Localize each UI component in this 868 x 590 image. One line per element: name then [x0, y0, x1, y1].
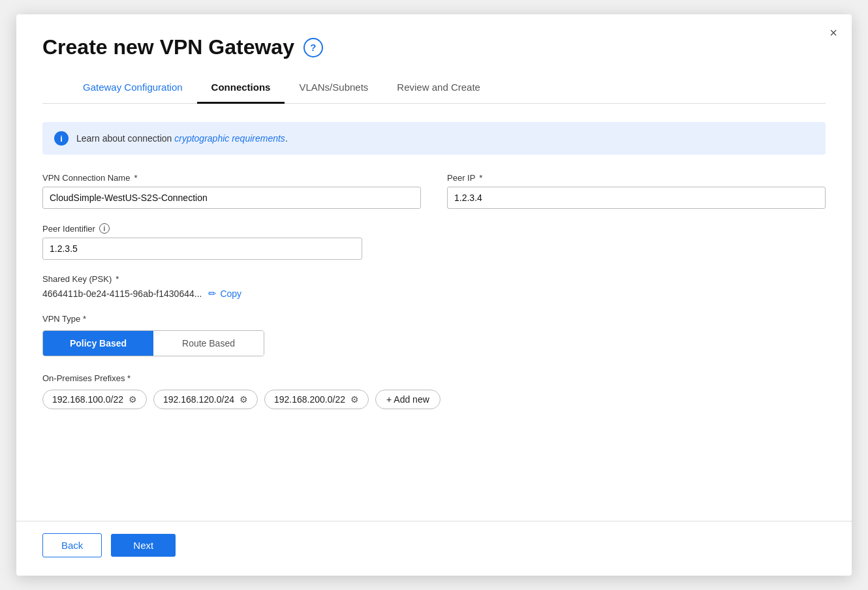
- prefix-chip-2: 192.168.200.0/22 ⚙: [264, 390, 369, 409]
- required-star-prefixes: *: [127, 373, 131, 383]
- modal-header: Create new VPN Gateway ? Gateway Configu…: [16, 14, 852, 104]
- modal-footer: Back Next: [16, 521, 852, 576]
- vpn-type-label: VPN Type *: [42, 314, 826, 324]
- peer-identifier-label: Peer Identifier i: [42, 223, 362, 234]
- prefix-chip-1: 192.168.120.0/24 ⚙: [153, 390, 258, 409]
- name-peer-ip-row: VPN Connection Name * Peer IP *: [42, 173, 826, 209]
- tab-gateway-configuration[interactable]: Gateway Configuration: [69, 72, 197, 104]
- peer-identifier-info-icon[interactable]: i: [99, 223, 110, 234]
- tab-bar: Gateway Configuration Connections VLANs/…: [42, 72, 826, 104]
- copy-button[interactable]: ✏ Copy: [208, 288, 241, 300]
- tab-connections[interactable]: Connections: [197, 72, 285, 104]
- help-icon[interactable]: ?: [303, 38, 323, 57]
- shared-key-group: Shared Key (PSK) *: [42, 274, 826, 284]
- required-star-psk: *: [116, 274, 119, 284]
- prefix-chip-0: 192.168.100.0/22 ⚙: [42, 390, 147, 409]
- on-premises-prefixes-label: On-Premises Prefixes *: [42, 373, 826, 383]
- title-row: Create new VPN Gateway ?: [42, 35, 826, 59]
- vpn-connection-name-input[interactable]: [42, 187, 421, 209]
- shared-key-label: Shared Key (PSK) *: [42, 274, 826, 284]
- psk-value: 4664411b-0e24-4115-96ab-f1430644...: [42, 288, 202, 299]
- gear-icon-0[interactable]: ⚙: [129, 394, 137, 405]
- gear-icon-2[interactable]: ⚙: [350, 394, 359, 405]
- add-new-prefix-button[interactable]: + Add new: [375, 390, 441, 409]
- info-banner: i Learn about connection cryptographic r…: [42, 122, 826, 155]
- policy-based-button[interactable]: Policy Based: [43, 331, 153, 356]
- info-text-suffix: .: [285, 133, 288, 144]
- info-banner-text: Learn about connection cryptographic req…: [76, 133, 288, 144]
- peer-ip-label: Peer IP *: [447, 173, 826, 183]
- vpn-type-label-group: VPN Type *: [42, 314, 826, 324]
- gear-icon-1[interactable]: ⚙: [240, 394, 248, 405]
- route-based-button[interactable]: Route Based: [153, 331, 264, 356]
- close-button[interactable]: ×: [829, 26, 837, 39]
- vpn-type-toggle: Policy Based Route Based: [42, 330, 264, 356]
- next-button[interactable]: Next: [111, 534, 176, 557]
- vpn-connection-name-label: VPN Connection Name *: [42, 173, 421, 183]
- create-vpn-gateway-modal: × Create new VPN Gateway ? Gateway Confi…: [16, 14, 852, 576]
- required-star-type: *: [83, 314, 86, 324]
- cryptographic-requirements-link[interactable]: cryptographic requirements: [174, 133, 285, 144]
- tab-review-create[interactable]: Review and Create: [382, 72, 495, 104]
- peer-identifier-input[interactable]: [42, 238, 362, 260]
- prefixes-row: 192.168.100.0/22 ⚙ 192.168.120.0/24 ⚙ 19…: [42, 390, 826, 409]
- prefix-value-2: 192.168.200.0/22: [274, 394, 345, 405]
- pencil-icon: ✏: [208, 288, 217, 300]
- info-text-prefix: Learn about connection: [76, 133, 174, 144]
- modal-title: Create new VPN Gateway: [42, 35, 294, 59]
- info-icon: i: [54, 131, 69, 146]
- peer-ip-input[interactable]: [447, 187, 826, 209]
- vpn-connection-name-group: VPN Connection Name *: [42, 173, 421, 209]
- psk-row: 4664411b-0e24-4115-96ab-f1430644... ✏ Co…: [42, 288, 826, 300]
- tab-vlans-subnets[interactable]: VLANs/Subnets: [285, 72, 382, 104]
- back-button[interactable]: Back: [42, 533, 102, 557]
- modal-body: i Learn about connection cryptographic r…: [16, 104, 852, 521]
- prefix-value-0: 192.168.100.0/22: [52, 394, 123, 405]
- required-star: *: [134, 173, 137, 183]
- peer-ip-group: Peer IP *: [447, 173, 826, 209]
- required-star-peer: *: [479, 173, 482, 183]
- peer-identifier-group: Peer Identifier i: [42, 223, 362, 260]
- prefix-value-1: 192.168.120.0/24: [163, 394, 234, 405]
